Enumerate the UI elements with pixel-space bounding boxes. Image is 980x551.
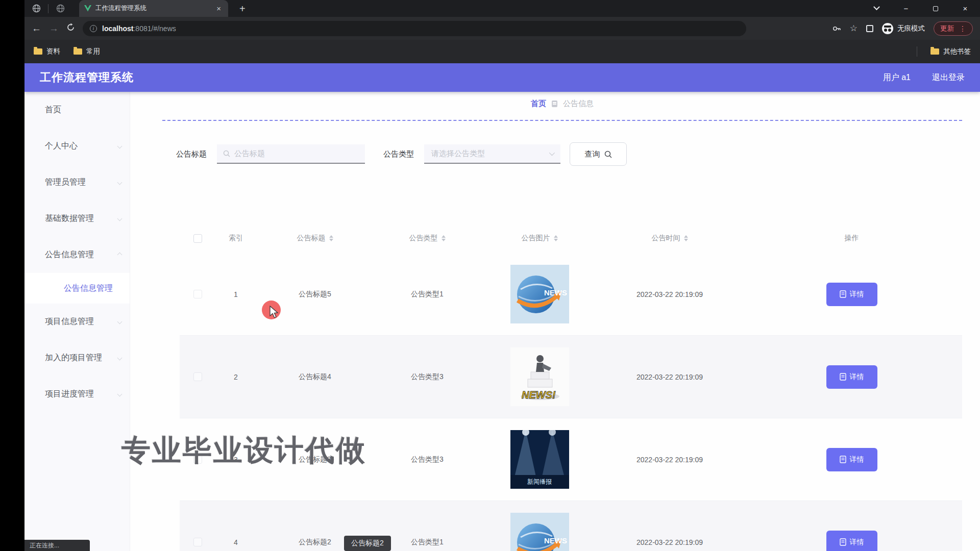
detail-button[interactable]: 详情: [826, 365, 877, 389]
url-bar[interactable]: i localhost:8081/#/news: [83, 21, 746, 36]
bookmark-folder-1[interactable]: 资料: [34, 47, 60, 56]
menu-kebab-icon[interactable]: ⋮: [959, 24, 966, 33]
sidebar-item-admin-management[interactable]: 管理员管理: [24, 164, 130, 201]
chevron-down-icon: [117, 392, 122, 397]
news-globe-image: NEWS: [510, 513, 569, 551]
info-icon[interactable]: i: [90, 25, 97, 32]
vue-logo-icon: [84, 5, 91, 12]
detail-button[interactable]: 详情: [826, 283, 877, 306]
sidebar-subitem-label: 公告信息管理: [64, 283, 113, 294]
sidebar-item-label: 项目进度管理: [45, 389, 94, 399]
chevron-down-icon: [549, 150, 555, 156]
breadcrumb: 首页 公告信息: [162, 99, 962, 109]
row-checkbox[interactable]: [193, 372, 202, 381]
row-title: 公告标题4: [299, 372, 331, 382]
sidebar-item-base-data[interactable]: 基础数据管理: [24, 201, 130, 237]
other-bookmarks[interactable]: 其他书签: [930, 47, 971, 56]
row-time: 2022-03-22 20:19:09: [636, 456, 703, 464]
tab-search-button[interactable]: [862, 0, 891, 17]
sidebar-item-label: 项目信息管理: [45, 316, 94, 327]
close-button[interactable]: ×: [950, 0, 980, 17]
user-label[interactable]: 用户 a1: [883, 72, 911, 83]
breadcrumb-separator-icon: [552, 101, 557, 107]
browser-status-text: 正在连接...: [24, 540, 90, 551]
sidebar-item-joined-projects[interactable]: 加入的项目管理: [24, 340, 130, 376]
column-header-action: 操作: [845, 234, 859, 243]
dashed-divider: [162, 120, 962, 121]
sort-icon[interactable]: [329, 235, 333, 241]
password-key-icon[interactable]: [832, 24, 841, 33]
document-icon: [840, 290, 846, 298]
sidebar-item-label: 公告信息管理: [45, 249, 94, 260]
tab-close-icon[interactable]: ×: [214, 4, 223, 13]
sidebar-subitem-announcement-active[interactable]: 公告信息管理: [24, 273, 130, 304]
sort-icon[interactable]: [684, 235, 688, 241]
app-header: 工作流程管理系统 用户 a1 退出登录: [24, 63, 980, 92]
row-checkbox[interactable]: [193, 290, 202, 298]
bookmark-folder-2[interactable]: 常用: [74, 47, 100, 56]
bookmark-label: 资料: [46, 47, 60, 56]
select-all-checkbox[interactable]: [193, 234, 202, 243]
sidebar-item-announcement[interactable]: 公告信息管理: [24, 237, 130, 273]
active-tab[interactable]: 工作流程管理系统 ×: [79, 0, 228, 17]
image-news2-text: NEWS!: [522, 389, 556, 400]
incognito-icon: [882, 23, 893, 34]
row-title: 公告标题5: [299, 290, 331, 299]
back-icon[interactable]: ←: [32, 23, 41, 34]
minimize-button[interactable]: −: [891, 0, 921, 17]
search-icon: [604, 151, 612, 158]
sidebar-item-label: 加入的项目管理: [45, 353, 102, 363]
sidebar-item-label: 管理员管理: [45, 177, 86, 188]
tab-title: 工作流程管理系统: [95, 4, 210, 13]
announcement-image: NEWS: [510, 265, 569, 323]
column-header-time[interactable]: 公告时间: [652, 234, 688, 243]
announcement-image: NEWS!: [510, 347, 569, 406]
chevron-down-icon: [117, 356, 122, 361]
chevron-down-icon: [117, 216, 122, 221]
bookmarks-divider: [917, 46, 917, 57]
reload-glyph: [66, 23, 75, 32]
breadcrumb-home[interactable]: 首页: [531, 99, 546, 109]
sidebar-item-project-info[interactable]: 项目信息管理: [24, 304, 130, 340]
column-header-image[interactable]: 公告图片: [522, 234, 558, 243]
new-tab-button[interactable]: +: [235, 3, 250, 17]
image-news-text: NEWS: [544, 288, 567, 297]
search-button[interactable]: 查询: [570, 142, 627, 166]
table-header: 索引 公告标题 公告类型 公告图片 公告时间 操作: [180, 229, 962, 248]
reload-icon[interactable]: [66, 23, 75, 34]
sidebar-item-home[interactable]: 首页: [24, 92, 130, 128]
column-header-title[interactable]: 公告标题: [297, 234, 333, 243]
bookmark-star-icon[interactable]: ☆: [850, 23, 857, 34]
pinned-tab-2[interactable]: [48, 0, 72, 17]
sidebar-item-project-progress[interactable]: 项目进度管理: [24, 376, 130, 412]
column-header-type[interactable]: 公告类型: [409, 234, 446, 243]
sidebar-item-personal-center[interactable]: 个人中心: [24, 128, 130, 164]
table-body: 1 公告标题5 公告类型1 NEWS 2022-03-22 20:19:09: [180, 253, 962, 551]
incognito-label: 无痕模式: [897, 24, 925, 33]
type-select[interactable]: 请选择公告类型: [424, 144, 560, 164]
restore-button[interactable]: [921, 0, 950, 17]
address-bar: ← → i localhost:8081/#/news ☆ 无痕模式: [24, 17, 980, 40]
bookmark-label: 常用: [86, 47, 100, 56]
row-checkbox[interactable]: [193, 538, 202, 546]
row-title: 公告标题2: [299, 538, 331, 547]
news-globe-image: NEWS: [510, 265, 569, 323]
forward-icon[interactable]: →: [49, 23, 59, 34]
logout-button[interactable]: 退出登录: [932, 72, 965, 83]
detail-button-label: 详情: [850, 372, 864, 382]
update-button[interactable]: 更新 ⋮: [934, 21, 973, 36]
document-icon: [840, 538, 846, 546]
sort-icon[interactable]: [554, 235, 558, 241]
title-search-input[interactable]: 公告标题: [217, 144, 365, 164]
sort-icon[interactable]: [442, 235, 446, 241]
detail-button[interactable]: 详情: [826, 531, 877, 551]
side-panel-icon[interactable]: [866, 25, 873, 32]
document-icon: [840, 456, 846, 463]
type-filter-label: 公告类型: [383, 149, 414, 159]
sidebar-item-label: 个人中心: [45, 141, 78, 152]
detail-button[interactable]: 详情: [826, 448, 877, 471]
pinned-tab-1[interactable]: [24, 0, 48, 17]
column-header-index[interactable]: 索引: [229, 234, 243, 243]
chevron-up-icon: [117, 253, 122, 258]
filter-bar: 公告标题 公告标题 公告类型 请选择公告类型 查询: [162, 142, 962, 166]
